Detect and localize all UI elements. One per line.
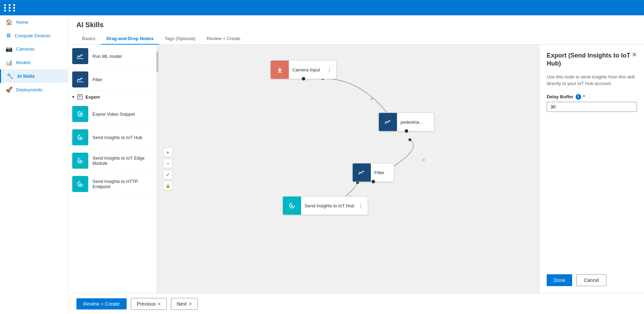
right-panel-title: Export (Send Insights to IoT Hub): [547, 52, 632, 68]
delay-buffer-input[interactable]: [547, 102, 637, 112]
send-iot-hub-menu[interactable]: ⋮: [358, 202, 364, 209]
sidebar-item-label: Compute Devices: [15, 33, 51, 38]
node-label-send-iot-edge: Send Insights to IoT Edge Module: [92, 155, 154, 166]
canvas: + − ⤢ 🔒 ✕ ✕: [159, 45, 539, 293]
right-panel-footer: Done Cancel: [547, 267, 637, 286]
canvas-node-pedestrian: pedestria...: [379, 113, 434, 131]
svg-point-12: [409, 138, 411, 141]
info-icon[interactable]: i: [576, 94, 581, 100]
pedestrian-icon: [379, 113, 397, 131]
next-button[interactable]: Next >: [171, 298, 198, 310]
main-container: 🏠 Home 🖥 Compute Devices 📷 Cameras 📊 Mod…: [0, 15, 644, 314]
review-create-button[interactable]: Review + Create: [76, 298, 127, 309]
canvas-controls: + − ⤢ 🔒: [163, 147, 173, 191]
sidebar-item-home[interactable]: 🏠 Home: [0, 15, 68, 29]
node-item-export-video[interactable]: Export Video Snippet: [68, 102, 158, 126]
right-panel: Export (Send Insights to IoT Hub) ✕ Use …: [539, 45, 644, 293]
sidebar-item-ai-skills[interactable]: 🔧 AI Skills: [0, 69, 68, 83]
tab-review[interactable]: Review + Create: [201, 33, 246, 45]
camera-input-label: Camera Input: [292, 67, 323, 72]
right-panel-description: Use this node to send insights from this…: [547, 74, 637, 87]
send-iot-edge-icon: [72, 153, 88, 169]
sidebar-item-label: AI Skills: [17, 74, 35, 79]
sidebar-item-cameras[interactable]: 📷 Cameras: [0, 42, 68, 56]
send-iot-hub-canvas-label: Send Insights to IoT Hub: [305, 203, 354, 208]
sidebar-item-deployments[interactable]: 🚀 Deployments: [0, 83, 68, 97]
close-button[interactable]: ✕: [632, 52, 637, 58]
node-label-run-ml: Run ML model: [92, 54, 122, 59]
filter-port-bottom: [372, 180, 375, 183]
delay-buffer-label: Delay Buffer i *: [547, 94, 637, 100]
svg-rect-2: [77, 94, 82, 99]
sidebar-item-label: Cameras: [16, 46, 35, 52]
run-ml-icon: [72, 48, 88, 64]
send-iot-hub-canvas-icon: [283, 197, 301, 215]
filter-canvas-label: Filter: [374, 170, 390, 175]
filter-canvas-icon: [353, 163, 371, 182]
compute-icon: 🖥: [6, 32, 11, 39]
left-panel: Run ML model Filter ▾: [68, 45, 159, 293]
next-icon: >: [189, 301, 192, 307]
node-item-send-http[interactable]: Send Insights to HTTP Endpoint: [68, 173, 158, 196]
page-title: AI Skills: [76, 21, 636, 29]
canvas-node-camera-input: Camera Input ⋮: [270, 60, 337, 79]
export-section-label: Export: [85, 94, 100, 100]
content-area: AI Skills Basics Drag-and-Drop Nodes Tag…: [68, 15, 644, 314]
export-section-icon: [77, 94, 83, 100]
canvas-node-filter: Filter: [352, 163, 394, 182]
export-video-icon: [72, 106, 88, 122]
zoom-out-button[interactable]: −: [163, 159, 173, 168]
send-http-icon: [72, 176, 88, 192]
lock-button[interactable]: 🔒: [163, 181, 173, 191]
sidebar-item-compute-devices[interactable]: 🖥 Compute Devices: [0, 29, 68, 42]
fit-button[interactable]: ⤢: [163, 170, 173, 179]
node-label-send-http: Send Insights to HTTP Endpoint: [92, 179, 154, 189]
node-label-send-iot-hub: Send Insights to IoT Hub: [92, 135, 142, 140]
right-panel-header: Export (Send Insights to IoT Hub) ✕: [547, 52, 637, 68]
node-label-filter: Filter: [92, 77, 103, 82]
sidebar-item-label: Models: [16, 60, 31, 65]
pedestrian-port-bottom: [405, 129, 408, 133]
camera-input-menu[interactable]: ⋮: [327, 67, 332, 73]
models-icon: 📊: [6, 59, 13, 66]
home-icon: 🏠: [6, 19, 13, 25]
sidebar: 🏠 Home 🖥 Compute Devices 📷 Cameras 📊 Mod…: [0, 15, 68, 314]
required-marker: *: [583, 94, 585, 99]
node-item-send-iot-edge[interactable]: Send Insights to IoT Edge Module: [68, 149, 158, 173]
node-label-export-video: Export Video Snippet: [92, 112, 135, 117]
deployments-icon: 🚀: [6, 86, 13, 93]
node-item-filter[interactable]: Filter: [68, 68, 158, 91]
apps-icon[interactable]: [4, 4, 17, 12]
cancel-button[interactable]: Cancel: [576, 274, 606, 286]
export-section-header[interactable]: ▾ Export: [68, 91, 158, 102]
tab-tags[interactable]: Tags (Optional): [159, 33, 201, 45]
skills-icon: 🔧: [7, 73, 14, 79]
content-header: AI Skills Basics Drag-and-Drop Nodes Tag…: [68, 15, 644, 45]
topbar: [0, 0, 644, 15]
sidebar-item-models[interactable]: 📊 Models: [0, 56, 68, 69]
node-item-run-ml[interactable]: Run ML model: [68, 45, 158, 68]
bottom-toolbar: Review + Create Previous < Next >: [68, 293, 644, 314]
zoom-in-button[interactable]: +: [163, 147, 173, 157]
chevron-down-icon: ▾: [72, 95, 74, 99]
camera-input-icon: [271, 61, 289, 79]
previous-button[interactable]: Previous <: [131, 298, 167, 310]
done-button[interactable]: Done: [547, 274, 572, 286]
connections-svg: ✕ ✕ ✕: [159, 45, 539, 293]
previous-icon: <: [158, 301, 160, 307]
node-item-send-iot-hub[interactable]: Send Insights to IoT Hub: [68, 126, 158, 149]
workspace: Run ML model Filter ▾: [68, 45, 644, 293]
camera-icon: 📷: [6, 46, 13, 52]
svg-text:✕: ✕: [370, 97, 373, 101]
tab-basics[interactable]: Basics: [76, 33, 101, 45]
filter-icon: [72, 71, 88, 87]
sidebar-item-label: Home: [16, 20, 28, 25]
camera-input-port-bottom: [302, 77, 305, 81]
sidebar-item-label: Deployments: [16, 87, 43, 92]
canvas-node-send-iot-hub: Send Insights to IoT Hub ⋮: [283, 196, 368, 215]
tabs: Basics Drag-and-Drop Nodes Tags (Optiona…: [76, 33, 636, 44]
tab-drag-drop[interactable]: Drag-and-Drop Nodes: [101, 33, 159, 45]
scrollbar-track: [156, 45, 158, 293]
scrollbar-thumb[interactable]: [156, 52, 158, 72]
pedestrian-label: pedestria...: [400, 120, 430, 125]
